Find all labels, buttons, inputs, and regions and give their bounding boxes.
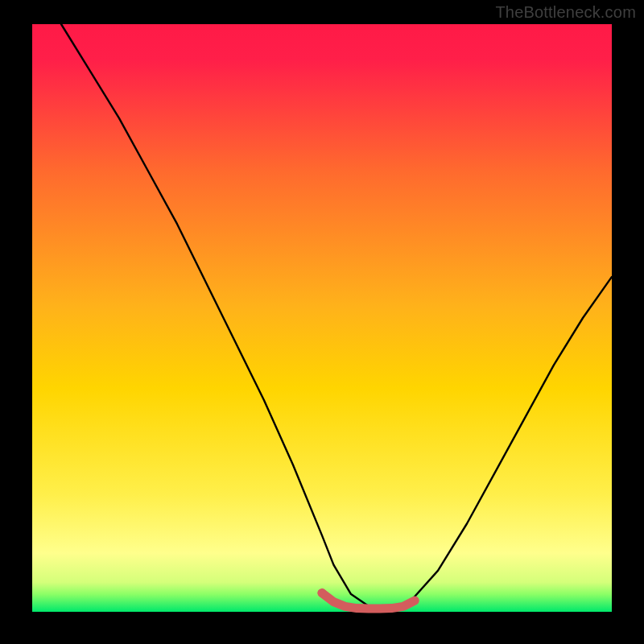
marker-start-dot (318, 588, 327, 597)
chart-container: TheBottleneck.com (0, 0, 644, 644)
bottleneck-chart (0, 0, 644, 644)
svg-rect-0 (32, 24, 612, 612)
